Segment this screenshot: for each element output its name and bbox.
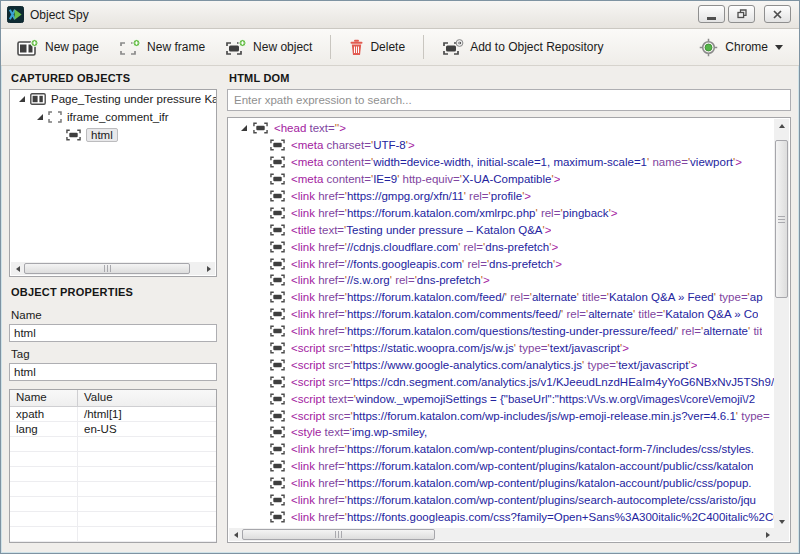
dom-tree-row[interactable]: <link href='https://forum.katalon.com/fe… [228,289,774,306]
property-row[interactable] [10,437,216,452]
dom-tree-row[interactable]: <script src='https://www.google-analytic… [228,356,774,373]
dom-tree-row[interactable]: <link href='https://forum.katalon.com/co… [228,306,774,323]
scrollbar-thumb[interactable] [242,529,435,540]
dom-tree-row[interactable]: <link href='//s.w.org' rel='dns-prefetch… [228,272,774,289]
dom-tree-row[interactable]: <link href='https://forum.katalon.com/wp… [228,492,774,509]
scroll-right-button[interactable] [202,262,215,275]
property-row[interactable] [10,452,216,467]
scroll-left-button[interactable] [11,262,24,275]
properties-table: Name Value xpath/html[1]langen-US [9,389,217,543]
properties-table-header[interactable]: Name Value [10,390,216,407]
column-header-value[interactable]: Value [78,390,216,406]
properties-table-body: xpath/html[1]langen-US [10,407,216,542]
property-value-cell[interactable]: /html[1] [78,407,216,421]
object-properties-header: OBJECT PROPERTIES [11,286,217,299]
tag-input[interactable] [9,363,217,381]
property-name-cell[interactable] [10,467,78,481]
add-to-object-repository-button[interactable]: Add to Object Repository [436,35,609,60]
dom-node-text: <meta charset='UTF-8'> [291,139,415,151]
scrollbar-thumb[interactable] [24,263,190,274]
dom-horizontal-scrollbar[interactable] [229,528,774,541]
dom-vertical-scrollbar[interactable] [774,119,789,528]
dom-tree-row[interactable]: <link href='//fonts.googleapis.com' rel=… [228,255,774,272]
scrollbar-thumb[interactable] [775,140,788,298]
property-name-cell[interactable] [10,512,78,526]
html-dom-tree[interactable]: <head text=''><meta charset='UTF-8'><met… [227,117,791,543]
title-bar[interactable]: Object Spy [1,1,799,29]
object-icon [270,494,285,506]
browser-selector[interactable]: Chrome [693,34,789,61]
expander-icon[interactable] [36,113,44,121]
tree-item-html[interactable]: html [10,126,216,144]
property-name-cell[interactable] [10,527,78,541]
property-row[interactable] [10,497,216,512]
property-value-cell[interactable] [78,467,216,481]
property-value-cell[interactable] [78,437,216,451]
property-name-cell[interactable] [10,497,78,511]
scroll-left-button[interactable] [229,528,242,541]
tree-item-page[interactable]: Page_Testing under pressure Kat [10,90,216,108]
dom-tree-row[interactable]: <meta content='width=device-width, initi… [228,154,774,171]
dom-tree-row[interactable]: <head text=''> [228,120,774,137]
dom-node-text: <script src='https://www.google-analytic… [291,359,697,371]
maximize-button[interactable] [728,5,755,23]
minimize-button[interactable] [698,5,725,23]
xpath-search-input[interactable] [227,89,791,111]
property-name-cell[interactable] [10,452,78,466]
property-name-cell[interactable] [10,437,78,451]
new-frame-button[interactable]: New frame [113,35,211,60]
property-row[interactable]: xpath/html[1] [10,407,216,422]
expander-icon[interactable] [240,124,248,132]
property-name-cell[interactable]: xpath [10,407,78,421]
property-row[interactable] [10,527,216,542]
scroll-down-button[interactable] [775,515,788,528]
delete-button[interactable]: Delete [343,35,411,60]
dom-tree-row[interactable]: <meta charset='UTF-8'> [228,137,774,154]
property-value-cell[interactable] [78,482,216,496]
scrollbar-corner [774,528,789,541]
scroll-right-button[interactable] [761,528,774,541]
column-header-name[interactable]: Name [10,390,78,406]
object-icon [270,258,285,270]
property-value-cell[interactable] [78,452,216,466]
dom-tree-row[interactable]: <link href='https://forum.katalon.com/wp… [228,475,774,492]
dom-node-text: <link href='https://forum.katalon.com/wp… [291,460,753,472]
tree-horizontal-scrollbar[interactable] [11,262,215,275]
dom-tree-row[interactable]: <link href='https://forum.katalon.com/wp… [228,441,774,458]
property-row[interactable] [10,467,216,482]
property-value-cell[interactable]: en-US [78,422,216,436]
page-icon [30,93,46,105]
scroll-up-button[interactable] [775,119,788,132]
property-row[interactable] [10,482,216,497]
dom-tree-row[interactable]: <meta content='IE=9' http-equiv='X-UA-Co… [228,171,774,188]
dom-tree-row[interactable]: <script src='https://forum.katalon.com/w… [228,407,774,424]
dom-tree-row[interactable]: <link href='https://forum.katalon.com/wp… [228,458,774,475]
tree-item-iframe[interactable]: iframe_comment_ifr [10,108,216,126]
property-row[interactable]: langen-US [10,422,216,437]
property-row[interactable] [10,512,216,527]
dom-tree-row[interactable]: <script src='https://cdn.segment.com/ana… [228,373,774,390]
new-page-button[interactable]: New page [11,35,105,60]
dom-tree-row[interactable]: <script text='window._wpemojiSettings = … [228,390,774,407]
dom-tree-row[interactable]: <style text='img.wp-smiley, [228,424,774,441]
dom-tree-row[interactable]: <script src='https://static.woopra.com/j… [228,340,774,357]
close-button[interactable] [764,5,791,23]
dom-tree-row[interactable]: <link href='https://gmpg.org/xfn/11' rel… [228,188,774,205]
property-value-cell[interactable] [78,512,216,526]
name-input[interactable] [9,324,217,342]
dom-tree-row[interactable]: <link href='//cdnjs.cloudflare.com' rel=… [228,238,774,255]
add-to-repository-label: Add to Object Repository [470,40,603,54]
new-object-button[interactable]: New object [219,35,318,60]
dom-tree-row[interactable]: <link href='https://forum.katalon.com/xm… [228,204,774,221]
property-value-cell[interactable] [78,527,216,541]
dom-tree-row[interactable]: <link href='https://forum.katalon.com/qu… [228,323,774,340]
captured-objects-tree[interactable]: Page_Testing under pressure Kat iframe_c… [9,89,217,277]
dom-tree-row[interactable]: <link href='https://fonts.googleapis.com… [228,508,774,525]
expander-icon[interactable] [18,95,26,103]
property-name-cell[interactable] [10,482,78,496]
name-field-label: Name [11,309,217,321]
dom-tree-row[interactable]: <title text='Testing under pressure – Ka… [228,221,774,238]
property-value-cell[interactable] [78,497,216,511]
property-name-cell[interactable]: lang [10,422,78,436]
dom-node-text: <link href='https://forum.katalon.com/wp… [291,443,754,455]
